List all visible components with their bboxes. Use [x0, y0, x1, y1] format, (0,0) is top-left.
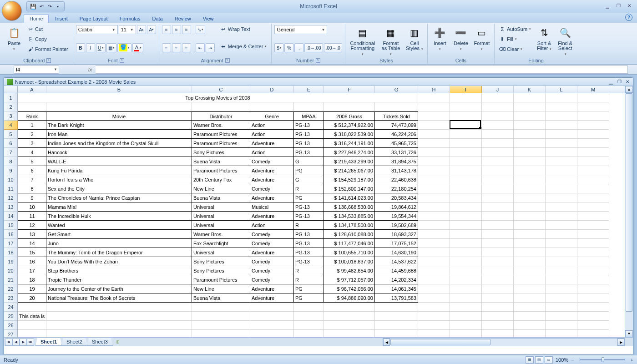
cell[interactable] — [482, 166, 514, 175]
cell[interactable] — [514, 312, 546, 321]
comma-button[interactable]: , — [294, 43, 303, 52]
row-header[interactable]: 26 — [4, 321, 18, 330]
cell[interactable]: $ 141,614,023.00 — [324, 193, 375, 202]
cell[interactable] — [250, 330, 294, 337]
font-launcher[interactable] — [120, 58, 124, 63]
cell[interactable] — [482, 284, 514, 293]
cell[interactable]: Comedy — [250, 230, 294, 239]
cell[interactable] — [450, 166, 482, 175]
italic-button[interactable]: I — [86, 43, 95, 52]
cell[interactable]: $ 136,668,530.00 — [324, 202, 375, 212]
underline-button[interactable]: U▾ — [96, 43, 106, 52]
font-size-combo[interactable]: 11▼ — [119, 25, 136, 34]
cell[interactable] — [546, 111, 577, 121]
cell[interactable] — [324, 312, 375, 321]
cell[interactable]: 19,502,689 — [375, 221, 418, 230]
cell[interactable]: Universal — [192, 202, 250, 212]
cell[interactable]: 45,965,725 — [375, 139, 418, 148]
cell[interactable] — [375, 312, 418, 321]
row-header[interactable]: 8 — [4, 157, 18, 166]
wrap-text-button[interactable]: ↩Wrap Text — [218, 25, 269, 34]
cell[interactable] — [375, 330, 418, 337]
format-button[interactable]: ▭Format▾ — [472, 25, 491, 52]
cell[interactable] — [450, 248, 482, 257]
cell[interactable] — [482, 239, 514, 248]
col-header-B[interactable]: B — [46, 86, 192, 93]
paste-button[interactable]: 📋 Paste▾ — [5, 25, 24, 52]
cell[interactable] — [482, 330, 514, 337]
help-icon[interactable]: ? — [625, 14, 632, 21]
merge-center-button[interactable]: ⬌Merge & Center▾ — [218, 42, 269, 51]
cell[interactable] — [546, 275, 577, 284]
cell[interactable]: 19,864,612 — [375, 202, 418, 212]
cell[interactable] — [450, 148, 482, 157]
new-sheet-button[interactable]: ⊕ — [116, 339, 120, 345]
grid-body[interactable]: 1Top Grossing Movies of 200823RankMovieD… — [4, 93, 633, 337]
cell[interactable] — [250, 303, 294, 312]
cell[interactable]: WALL-E — [46, 157, 192, 166]
cell[interactable]: 19 — [18, 284, 46, 293]
cell[interactable] — [546, 166, 577, 175]
cell[interactable] — [514, 230, 546, 239]
cell[interactable] — [514, 257, 546, 266]
decrease-decimal-button[interactable]: .00→.0 — [324, 43, 342, 52]
cell[interactable]: Get Smart — [46, 230, 192, 239]
cell[interactable]: 11 — [18, 212, 46, 221]
cell[interactable] — [450, 266, 482, 275]
cell[interactable] — [482, 139, 514, 148]
cell[interactable]: PG-13 — [294, 212, 324, 221]
cell[interactable] — [18, 330, 46, 337]
cell[interactable]: PG — [294, 293, 324, 303]
cell[interactable] — [482, 303, 514, 312]
cell[interactable] — [418, 212, 450, 221]
cell[interactable] — [450, 303, 482, 312]
cell[interactable] — [546, 102, 577, 111]
cell[interactable] — [450, 275, 482, 284]
fill-button[interactable]: ⬇Fill▾ — [497, 35, 533, 44]
align-bottom-button[interactable]: ≡ — [182, 25, 191, 34]
col-header-I[interactable]: I — [450, 86, 482, 93]
cell[interactable] — [514, 93, 546, 102]
cell[interactable] — [482, 111, 514, 121]
cell[interactable]: 13,791,583 — [375, 293, 418, 303]
cell[interactable] — [46, 303, 192, 312]
cell[interactable]: Warner Bros. — [192, 230, 250, 239]
cell[interactable]: $ 97,712,057.00 — [324, 275, 375, 284]
cell[interactable]: PG-13 — [294, 139, 324, 148]
cell[interactable]: 7 — [18, 175, 46, 184]
cell[interactable] — [514, 330, 546, 337]
border-button[interactable]: ▦▾ — [106, 43, 116, 52]
cell[interactable] — [514, 139, 546, 148]
cell[interactable]: $ 100,018,837.00 — [324, 257, 375, 266]
cell[interactable] — [482, 212, 514, 221]
cell[interactable] — [514, 221, 546, 230]
tab-review[interactable]: Review — [169, 15, 197, 23]
cell[interactable]: 4 — [18, 148, 46, 157]
cell[interactable]: Comedy — [250, 275, 294, 284]
cell[interactable]: R — [294, 275, 324, 284]
cell[interactable] — [418, 303, 450, 312]
col-header-A[interactable]: A — [18, 86, 46, 93]
zoom-slider[interactable] — [580, 359, 625, 360]
cell[interactable]: 6 — [18, 166, 46, 175]
row-header[interactable]: 3 — [4, 111, 18, 121]
cell[interactable] — [192, 303, 250, 312]
cell[interactable] — [450, 102, 482, 111]
cell[interactable] — [577, 330, 609, 337]
row-header[interactable]: 19 — [4, 257, 18, 266]
cell[interactable]: 14,630,190 — [375, 248, 418, 257]
last-sheet-button[interactable]: ⏭ — [27, 339, 34, 346]
cell[interactable] — [482, 312, 514, 321]
cell[interactable] — [546, 139, 577, 148]
cell[interactable] — [418, 139, 450, 148]
cell[interactable]: Adventure — [250, 284, 294, 293]
grow-font-button[interactable]: A▴ — [137, 25, 146, 34]
cell[interactable] — [577, 248, 609, 257]
align-middle-button[interactable]: ≡ — [172, 25, 181, 34]
cell[interactable]: Paramount Pictures — [192, 166, 250, 175]
font-name-combo[interactable]: Calibri▼ — [76, 25, 118, 34]
prev-sheet-button[interactable]: ◀ — [12, 339, 20, 346]
cell[interactable]: Universal — [192, 212, 250, 221]
cell[interactable] — [450, 312, 482, 321]
save-icon[interactable]: 💾 — [30, 3, 37, 10]
